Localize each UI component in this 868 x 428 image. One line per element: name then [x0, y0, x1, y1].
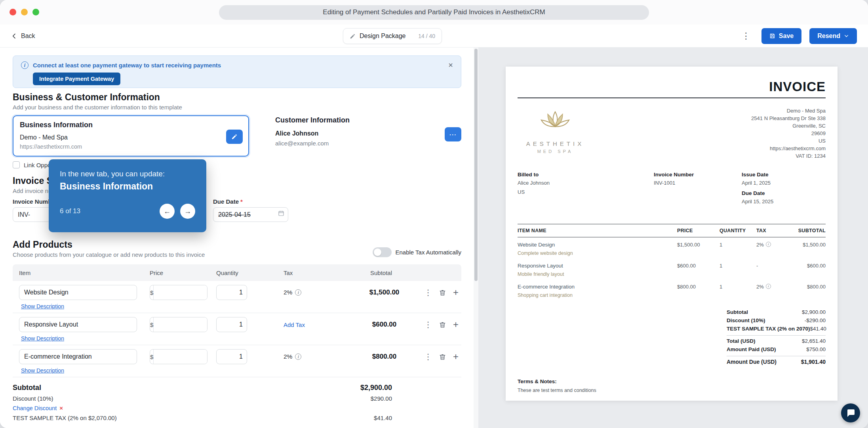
- zoom-window-button[interactable]: [32, 9, 39, 15]
- integrate-payment-gateway-button[interactable]: Integrate Payment Gateway: [33, 73, 120, 85]
- invoice-number-label: Invoice Number: [654, 172, 742, 178]
- chat-launcher-button[interactable]: [841, 403, 860, 422]
- scrollbar-track[interactable]: [474, 48, 478, 428]
- minimize-window-button[interactable]: [21, 9, 28, 15]
- toolbar: Back Design Package 14 / 40 ⋮ Save Resen…: [0, 25, 868, 48]
- change-discount-link[interactable]: Change Discount: [13, 405, 57, 411]
- resend-button[interactable]: Resend: [809, 28, 857, 44]
- scrollbar-thumb[interactable]: [474, 49, 478, 281]
- item-name-input[interactable]: [19, 285, 137, 300]
- totals-due-value: $1,901.40: [801, 359, 826, 365]
- show-description-link[interactable]: Show Description: [21, 335, 64, 342]
- item-subtotal: $800.00: [791, 284, 826, 298]
- invoice-item-row: E-commerce Integration Shopping cart int…: [518, 279, 826, 300]
- customer-options-button[interactable]: ⋯: [445, 127, 461, 141]
- add-row-icon[interactable]: +: [453, 288, 459, 297]
- window-controls: [10, 9, 39, 15]
- price-input[interactable]: [154, 285, 207, 300]
- item-price: $1,500.00: [677, 242, 720, 256]
- invoice-preview-panel: INVOICE AESTHETIX: [478, 48, 868, 428]
- price-input[interactable]: [154, 350, 207, 364]
- totals-discount-label: Discount (10%): [727, 317, 765, 323]
- company-line: Demo - Med Spa: [751, 107, 826, 115]
- add-tax-link[interactable]: Add Tax: [284, 321, 305, 328]
- brand-logo: AESTHETIX MED SPA: [518, 107, 593, 160]
- totals-paid-value: $750.00: [806, 346, 826, 352]
- totals-tax-label: TEST SAMPLE TAX (2% on 2070): [727, 326, 810, 332]
- remove-discount-icon[interactable]: ×: [59, 405, 63, 411]
- show-description-link[interactable]: Show Description: [21, 303, 64, 310]
- tax-info-icon: i: [295, 353, 301, 360]
- chat-icon: [846, 408, 855, 418]
- quantity-input[interactable]: [216, 317, 247, 332]
- enable-tax-toggle[interactable]: [373, 247, 392, 257]
- invoice-totals: Subtotal$2,900.00 Discount (10%)-$290.00…: [727, 309, 826, 365]
- row-menu-icon[interactable]: ⋮: [424, 320, 432, 329]
- info-icon: i: [21, 61, 29, 69]
- more-options-icon[interactable]: ⋮: [739, 31, 754, 41]
- back-label: Back: [21, 32, 35, 40]
- totals-subtotal-label: Subtotal: [727, 309, 748, 315]
- customer-name: Alice Johnson: [275, 130, 461, 137]
- close-window-button[interactable]: [10, 9, 16, 15]
- row-subtotal: $800.00: [345, 353, 418, 361]
- invoice-item-row: Responsive Layout Mobile friendly layout…: [518, 258, 826, 279]
- customer-information-title: Customer Information: [275, 116, 461, 124]
- item-tax: 2%: [756, 242, 764, 248]
- back-button[interactable]: Back: [11, 32, 35, 40]
- price-input-group: $: [150, 285, 207, 300]
- due-date-input[interactable]: [213, 207, 288, 222]
- company-line: VAT ID: 1234: [751, 152, 826, 160]
- row-menu-icon[interactable]: ⋮: [424, 288, 432, 297]
- close-icon[interactable]: ×: [448, 61, 453, 70]
- resend-label: Resend: [817, 32, 840, 40]
- required-marker: *: [240, 198, 243, 205]
- tax-info-icon: i: [295, 289, 301, 296]
- trash-icon[interactable]: [439, 289, 446, 296]
- quantity-input[interactable]: [216, 349, 247, 364]
- save-button[interactable]: Save: [761, 28, 801, 44]
- totals-tax-value: $41.40: [810, 326, 826, 332]
- company-line: 29609: [751, 130, 826, 137]
- tour-next-button[interactable]: →: [180, 204, 195, 219]
- divider: [727, 335, 826, 336]
- trash-icon[interactable]: [439, 321, 446, 329]
- price-input[interactable]: [154, 317, 207, 332]
- link-opportunity-checkbox[interactable]: [13, 161, 20, 168]
- show-description-link[interactable]: Show Description: [21, 367, 64, 374]
- tax-toggle-label: Enable Tax Automatically: [396, 249, 462, 256]
- terms-block: Terms & Notes: These are test terms and …: [518, 378, 826, 393]
- edit-business-button[interactable]: [226, 130, 243, 144]
- editor-summary: Subtotal $2,900.00 Discount (10%) $290.0…: [13, 384, 392, 421]
- totals-discount-value: -$290.00: [805, 317, 826, 323]
- item-name: Website Design: [518, 242, 677, 248]
- company-address-block: Demo - Med Spa 2541 N Pleasantburg Dr St…: [751, 107, 826, 160]
- customer-email: alice@example.com: [275, 140, 461, 147]
- item-name: E-commerce Integration: [518, 284, 677, 290]
- dates-block: Issue Date April 1, 2025 Due Date April …: [742, 172, 826, 209]
- products-table: Item Price Quantity Tax Subtotal $: [13, 264, 461, 377]
- item-name-input[interactable]: [19, 317, 137, 332]
- calendar-icon[interactable]: [278, 210, 284, 218]
- trash-icon[interactable]: [439, 353, 446, 361]
- summary-discount-label: Discount (10%): [13, 395, 53, 402]
- business-information-card[interactable]: Business Information Demo - Med Spa http…: [13, 115, 249, 157]
- add-row-icon[interactable]: +: [453, 352, 459, 361]
- document-progress: 14 / 40: [418, 33, 435, 39]
- tour-popover: In the new tab, you can update: Business…: [49, 159, 206, 232]
- terms-label: Terms & Notes:: [518, 378, 826, 384]
- summary-subtotal-value: $2,900.00: [360, 384, 392, 392]
- row-menu-icon[interactable]: ⋮: [424, 352, 432, 361]
- item-tax: 2%: [756, 284, 764, 290]
- item-quantity: 1: [720, 263, 756, 277]
- item-name-input[interactable]: [19, 349, 137, 364]
- billed-to-name: Alice Johnson: [518, 180, 654, 187]
- document-pill[interactable]: Design Package 14 / 40: [343, 28, 442, 44]
- tax-info-icon: i: [766, 242, 771, 247]
- totals-total-value: $2,651.40: [802, 338, 826, 344]
- tour-prev-button[interactable]: ←: [160, 204, 175, 219]
- company-line: 2541 N Pleasantburg Dr Ste 338: [751, 115, 826, 122]
- add-row-icon[interactable]: +: [453, 320, 459, 329]
- quantity-input[interactable]: [216, 285, 247, 300]
- due-date-value: April 15, 2025: [742, 198, 826, 205]
